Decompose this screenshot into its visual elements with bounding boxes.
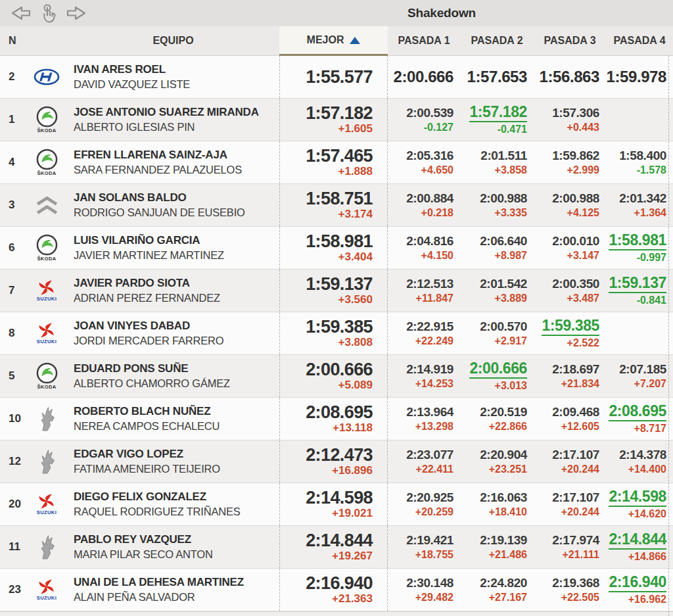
driver-name: EDGAR VIGO LOPEZ — [74, 448, 183, 461]
pass-time: 2:00.666 — [469, 360, 527, 379]
table-row[interactable]: 10 ROBERTO BLACH NUÑEZ NEREA CAMPOS ECHA… — [0, 398, 673, 440]
pass-time: 1:59.978 — [606, 68, 666, 85]
pass-delta: +2.917 — [495, 335, 527, 347]
driver-name: IVAN ARES ROEL — [74, 63, 166, 76]
suzuki-logo: SUZUKI — [26, 270, 67, 312]
pass-cell: 1:56.863 — [534, 56, 606, 98]
best-time-cell: 2:08.695 +13.118 — [279, 398, 388, 440]
table-row[interactable]: 23 SUZUKI UNAI DE LA DEHESA MARTINEZ ALA… — [0, 569, 673, 611]
suzuki-logo: SUZUKI — [26, 312, 67, 354]
pass-time: 2:00.539 — [406, 107, 453, 120]
table-row[interactable]: 2 IVAN ARES ROEL DAVID VAZQUEZ LISTE 1:5… — [0, 56, 673, 99]
pass-delta: +8.717 — [634, 423, 666, 435]
table-row[interactable]: 20 SUZUKI DIEGO FELIX GONZALEZ RAQUEL RO… — [0, 483, 673, 526]
pass-time: 2:06.640 — [480, 235, 527, 249]
pass-time: 2:01.511 — [480, 149, 527, 163]
pass-delta: +22.505 — [561, 592, 599, 604]
pass-delta: +3.487 — [567, 293, 599, 304]
table-row[interactable]: 12 EDGAR VIGO LOPEZ FATIMA AMENEIRO TEIJ… — [0, 440, 673, 483]
pass-delta: +27.167 — [489, 592, 527, 604]
best-time: 1:58.751 — [306, 189, 373, 208]
driver-name: LUIS VILARIÑO GARCIA — [74, 234, 200, 247]
pass-time: 2:00.010 — [552, 235, 599, 249]
codriver-name: ALAIN PEÑA SALVADOR — [74, 591, 195, 604]
car-number: 7 — [0, 270, 26, 312]
pass-delta: +14.400 — [628, 463, 666, 475]
pass-cell: 2:01.511 +3.858 — [460, 141, 534, 183]
best-time-cell: 2:12.473 +16.896 — [279, 440, 388, 483]
pass-delta: +13.298 — [415, 421, 453, 433]
pass-delta: +0.443 — [567, 122, 599, 133]
driver-name: JAN SOLANS BALDO — [74, 191, 187, 204]
pass-time: 1:58.400 — [619, 149, 666, 163]
pass-cell: 2:14.844 +14.866 — [606, 526, 673, 568]
hyundai-logo — [26, 56, 67, 98]
tap-button[interactable] — [37, 1, 60, 25]
table-row[interactable]: 6 ŠKODA LUIS VILARIÑO GARCIA JAVIER MART… — [0, 227, 673, 270]
table-row[interactable]: 1 ŠKODA JOSE ANTONIO SUAREZ MIRANDA ALBE… — [0, 99, 673, 141]
sort-ascending-icon — [350, 37, 360, 44]
column-header-pasada-3[interactable]: PASADA 3 — [534, 26, 606, 55]
pass-delta: +3.858 — [495, 164, 527, 176]
best-time: 1:57.465 — [306, 147, 373, 165]
pass-delta: +18.410 — [489, 506, 527, 518]
pass-cell: 2:22.915 +22.249 — [388, 312, 460, 354]
pass-delta: +22.249 — [415, 335, 453, 347]
column-header-equipo: EQUIPO — [67, 26, 279, 55]
pass-cell: 2:12.513 +11.847 — [388, 270, 460, 312]
pass-cell: 2:00.350 +3.487 — [534, 270, 606, 312]
table-row[interactable]: 3 JAN SOLANS BALDO RODRIGO SANJUAN DE EU… — [0, 184, 673, 227]
best-time: 2:00.666 — [306, 360, 373, 379]
best-time: 1:58.981 — [306, 232, 373, 250]
table-row[interactable]: 7 SUZUKI JAVIER PARDO SIOTA ADRIAN PEREZ… — [0, 270, 673, 312]
pass-cell: 2:01.542 +3.889 — [460, 270, 534, 312]
column-header-pasada-4[interactable]: PASADA 4 — [606, 26, 673, 55]
codriver-name: ADRIAN PEREZ FERNANDEZ — [74, 292, 220, 304]
table-row[interactable]: 11 PABLO REY VAZQUEZ MARIA PILAR SECO AN… — [0, 526, 673, 569]
pass-cell: 2:17.107 +20.244 — [534, 483, 606, 525]
codriver-name: NEREA CAMPOS ECHALECU — [74, 420, 220, 433]
best-time: 1:59.137 — [306, 275, 373, 293]
best-time: 2:16.940 — [306, 574, 373, 592]
best-time-cell: 1:59.137 +3.560 — [279, 270, 388, 312]
column-header-pasada-2[interactable]: PASADA 2 — [460, 26, 534, 55]
best-delta: +19.021 — [332, 508, 373, 520]
pass-time: 2:04.816 — [406, 235, 453, 249]
table-row[interactable]: 5 ŠKODA EDUARD PONS SUÑE ALBERTO CHAMORR… — [0, 355, 673, 398]
pass-cell: 2:13.964 +13.298 — [388, 398, 460, 440]
pass-time: 2:16.940 — [609, 574, 666, 592]
codriver-name: JORDI MERCADER FARRERO — [74, 335, 223, 347]
skoda-wordmark: ŠKODA — [37, 128, 56, 133]
forward-button[interactable] — [63, 3, 91, 24]
pass-time: 2:09.468 — [552, 406, 599, 419]
pass-delta: +2.522 — [567, 337, 599, 349]
toolbar: Shakedown — [0, 0, 673, 26]
column-header-mejor[interactable]: MEJOR — [279, 26, 388, 56]
car-number: 6 — [0, 227, 26, 269]
pass-time: 2:12.513 — [406, 277, 453, 291]
back-button[interactable] — [7, 3, 34, 24]
best-time-cell: 1:57.182 +1.605 — [279, 99, 388, 141]
car-number: 11 — [0, 526, 26, 568]
pass-time: 2:30.148 — [406, 577, 453, 590]
best-delta: +13.118 — [333, 422, 373, 435]
pass-cell: 2:00.666 +3.013 — [460, 355, 534, 397]
skoda-wordmark: ŠKODA — [37, 256, 56, 262]
pass-delta: +21.111 — [562, 549, 599, 561]
pass-cell: 2:08.695 +8.717 — [606, 398, 673, 440]
table-row[interactable]: 8 SUZUKI JOAN VINYES DABAD JORDI MERCADE… — [0, 312, 673, 355]
pass-time: 2:19.139 — [480, 534, 527, 548]
best-time: 1:59.385 — [306, 318, 373, 336]
pass-delta: +11.847 — [416, 293, 453, 304]
skoda-logo: ŠKODA — [26, 355, 67, 397]
car-number: 20 — [0, 483, 26, 525]
driver-name: JOSE ANTONIO SUAREZ MIRANDA — [74, 106, 259, 119]
best-time-cell: 1:59.385 +3.808 — [279, 312, 388, 354]
column-header-pasada-1[interactable]: PASADA 1 — [388, 26, 460, 55]
pass-cell: 1:57.306 +0.443 — [534, 99, 606, 141]
pass-cell: 2:20.904 +23.251 — [460, 440, 534, 483]
table-row[interactable]: 4 ŠKODA EFREN LLARENA SAINZ-AJA SARA FER… — [0, 141, 673, 184]
pass-delta: +29.482 — [415, 592, 453, 604]
pass-time: 2:00.350 — [552, 277, 599, 291]
driver-name: PABLO REY VAZQUEZ — [74, 533, 191, 546]
